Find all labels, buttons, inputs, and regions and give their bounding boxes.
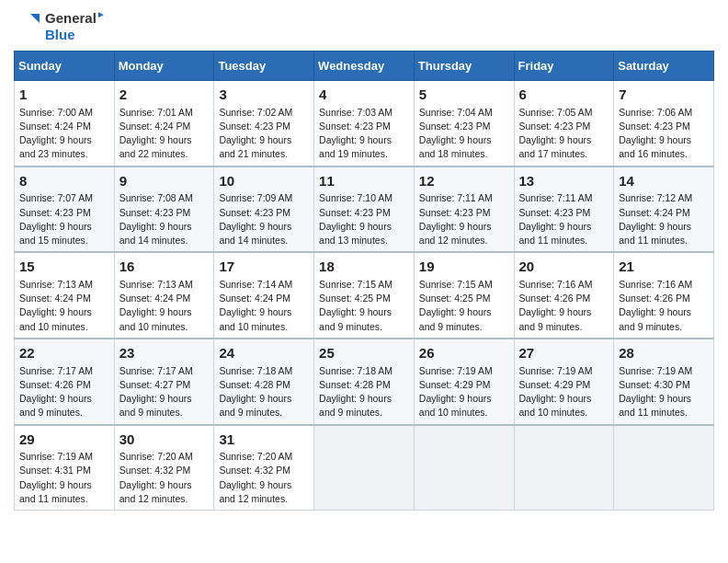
sunset-label: Sunset: 4:27 PM <box>119 379 191 390</box>
sunset-label: Sunset: 4:23 PM <box>219 121 290 132</box>
calendar-cell: 26Sunrise: 7:19 AMSunset: 4:29 PMDayligh… <box>414 339 514 425</box>
sunrise-label: Sunrise: 7:19 AM <box>619 365 692 376</box>
logo-svg <box>14 10 43 43</box>
sunset-label: Sunset: 4:32 PM <box>119 465 191 476</box>
calendar-cell: 19Sunrise: 7:15 AMSunset: 4:25 PMDayligh… <box>414 252 514 339</box>
calendar-week-row: 22Sunrise: 7:17 AMSunset: 4:26 PMDayligh… <box>15 339 714 425</box>
daylight-label: Daylight: 9 hours and 10 minutes. <box>219 306 291 331</box>
calendar-week-row: 8Sunrise: 7:07 AMSunset: 4:23 PMDaylight… <box>15 167 714 253</box>
logo: General► Blue <box>14 9 106 43</box>
sunset-label: Sunset: 4:24 PM <box>19 293 91 304</box>
sunset-label: Sunset: 4:24 PM <box>119 293 191 304</box>
calendar-week-row: 15Sunrise: 7:13 AMSunset: 4:24 PMDayligh… <box>15 252 714 339</box>
sunset-label: Sunset: 4:25 PM <box>319 293 391 304</box>
sunset-label: Sunset: 4:23 PM <box>619 121 690 132</box>
calendar-cell: 9Sunrise: 7:08 AMSunset: 4:23 PMDaylight… <box>114 167 214 253</box>
calendar-cell <box>614 425 714 511</box>
daylight-label: Daylight: 9 hours and 9 minutes. <box>319 306 392 331</box>
daylight-label: Daylight: 9 hours and 9 minutes. <box>619 306 691 331</box>
header-tuesday: Tuesday <box>214 52 314 81</box>
logo-graphic: General► Blue <box>14 9 106 43</box>
daylight-label: Daylight: 9 hours and 21 minutes. <box>219 134 291 159</box>
sunrise-label: Sunrise: 7:12 AM <box>619 192 692 203</box>
calendar-cell: 12Sunrise: 7:11 AMSunset: 4:23 PMDayligh… <box>414 167 514 253</box>
sunset-label: Sunset: 4:23 PM <box>519 121 591 132</box>
daylight-label: Daylight: 9 hours and 10 minutes. <box>19 306 92 331</box>
daylight-label: Daylight: 9 hours and 14 minutes. <box>119 221 192 246</box>
sunset-label: Sunset: 4:23 PM <box>519 207 591 218</box>
calendar-cell <box>514 425 614 511</box>
calendar-header-row: SundayMondayTuesdayWednesdayThursdayFrid… <box>15 52 714 81</box>
calendar-cell: 20Sunrise: 7:16 AMSunset: 4:26 PMDayligh… <box>514 252 614 339</box>
calendar-cell: 5Sunrise: 7:04 AMSunset: 4:23 PMDaylight… <box>414 81 514 167</box>
daylight-label: Daylight: 9 hours and 10 minutes. <box>519 393 592 418</box>
sunrise-label: Sunrise: 7:11 AM <box>519 192 593 203</box>
day-number: 4 <box>319 85 409 105</box>
header-friday: Friday <box>514 52 614 81</box>
sunrise-label: Sunrise: 7:13 AM <box>19 279 93 290</box>
calendar-cell: 11Sunrise: 7:10 AMSunset: 4:23 PMDayligh… <box>314 167 415 253</box>
header-sunday: Sunday <box>15 52 115 81</box>
calendar-cell: 3Sunrise: 7:02 AMSunset: 4:23 PMDaylight… <box>214 81 314 167</box>
logo-arrow: ► <box>97 9 106 19</box>
daylight-label: Daylight: 9 hours and 9 minutes. <box>519 306 592 331</box>
calendar-cell: 4Sunrise: 7:03 AMSunset: 4:23 PMDaylight… <box>314 81 415 167</box>
calendar-cell: 29Sunrise: 7:19 AMSunset: 4:31 PMDayligh… <box>15 425 115 511</box>
sunset-label: Sunset: 4:24 PM <box>19 121 91 132</box>
header-monday: Monday <box>114 52 214 81</box>
daylight-label: Daylight: 9 hours and 12 minutes. <box>219 479 291 504</box>
day-number: 18 <box>319 257 409 277</box>
day-number: 24 <box>219 343 309 363</box>
day-number: 14 <box>619 171 709 191</box>
daylight-label: Daylight: 9 hours and 11 minutes. <box>19 479 92 504</box>
day-number: 9 <box>119 171 210 191</box>
calendar-cell: 13Sunrise: 7:11 AMSunset: 4:23 PMDayligh… <box>514 167 614 253</box>
daylight-label: Daylight: 9 hours and 23 minutes. <box>19 134 92 159</box>
sunset-label: Sunset: 4:29 PM <box>519 379 591 390</box>
sunset-label: Sunset: 4:23 PM <box>19 207 91 218</box>
calendar-cell: 21Sunrise: 7:16 AMSunset: 4:26 PMDayligh… <box>614 252 714 339</box>
daylight-label: Daylight: 9 hours and 15 minutes. <box>19 221 92 246</box>
calendar-cell: 30Sunrise: 7:20 AMSunset: 4:32 PMDayligh… <box>114 425 214 511</box>
day-number: 29 <box>19 430 109 450</box>
daylight-label: Daylight: 9 hours and 16 minutes. <box>619 134 691 159</box>
calendar-cell <box>314 425 415 511</box>
logo-general-text: General► <box>45 9 106 27</box>
day-number: 11 <box>319 171 409 191</box>
day-number: 31 <box>219 430 309 450</box>
sunrise-label: Sunrise: 7:13 AM <box>119 279 193 290</box>
sunset-label: Sunset: 4:23 PM <box>119 207 191 218</box>
sunrise-label: Sunrise: 7:14 AM <box>219 279 292 290</box>
sunset-label: Sunset: 4:24 PM <box>119 121 191 132</box>
calendar-cell: 17Sunrise: 7:14 AMSunset: 4:24 PMDayligh… <box>214 252 314 339</box>
sunset-label: Sunset: 4:23 PM <box>419 121 491 132</box>
sunset-label: Sunset: 4:24 PM <box>619 207 690 218</box>
daylight-label: Daylight: 9 hours and 17 minutes. <box>519 134 592 159</box>
sunrise-label: Sunrise: 7:17 AM <box>119 365 193 376</box>
day-number: 16 <box>119 257 210 277</box>
daylight-label: Daylight: 9 hours and 9 minutes. <box>119 393 192 418</box>
day-number: 1 <box>19 85 109 105</box>
daylight-label: Daylight: 9 hours and 9 minutes. <box>19 393 92 418</box>
sunset-label: Sunset: 4:26 PM <box>519 293 591 304</box>
calendar-cell: 31Sunrise: 7:20 AMSunset: 4:32 PMDayligh… <box>214 425 314 511</box>
calendar-cell: 14Sunrise: 7:12 AMSunset: 4:24 PMDayligh… <box>614 167 714 253</box>
sunrise-label: Sunrise: 7:19 AM <box>519 365 593 376</box>
sunrise-label: Sunrise: 7:19 AM <box>19 451 93 462</box>
sunrise-label: Sunrise: 7:06 AM <box>619 107 692 118</box>
day-number: 10 <box>219 171 309 191</box>
day-number: 12 <box>419 171 509 191</box>
sunrise-label: Sunrise: 7:20 AM <box>119 451 193 462</box>
sunset-label: Sunset: 4:26 PM <box>619 293 690 304</box>
daylight-label: Daylight: 9 hours and 9 minutes. <box>219 393 291 418</box>
daylight-label: Daylight: 9 hours and 11 minutes. <box>619 221 691 246</box>
header-thursday: Thursday <box>414 52 514 81</box>
day-number: 30 <box>119 430 210 450</box>
sunrise-label: Sunrise: 7:20 AM <box>219 451 292 462</box>
daylight-label: Daylight: 9 hours and 9 minutes. <box>319 393 392 418</box>
header: General► Blue <box>14 9 714 43</box>
day-number: 21 <box>619 257 709 277</box>
sunset-label: Sunset: 4:28 PM <box>219 379 290 390</box>
sunrise-label: Sunrise: 7:02 AM <box>219 107 292 118</box>
calendar-cell: 25Sunrise: 7:18 AMSunset: 4:28 PMDayligh… <box>314 339 415 425</box>
